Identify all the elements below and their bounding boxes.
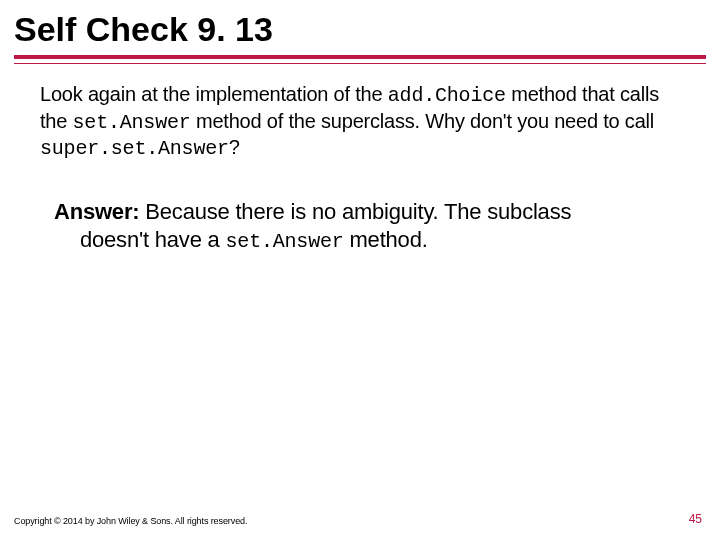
answer-line2: doesn't have a set.Answer method. <box>54 227 428 252</box>
title-rule-thick <box>14 55 706 59</box>
q-code-1: add.Choice <box>388 84 506 107</box>
answer-label: Answer: <box>54 199 139 224</box>
answer-line2-code: set.Answer <box>226 230 344 253</box>
q-text-1: Look again at the implementation of the <box>40 83 388 105</box>
answer-text: Answer: Because there is no ambiguity. T… <box>54 198 666 255</box>
q-code-3: super.set.Answer <box>40 137 229 160</box>
q-code-2: set.Answer <box>73 111 191 134</box>
answer-line2-post: method. <box>344 227 428 252</box>
answer-line2-pre: doesn't have a <box>80 227 226 252</box>
slide-title: Self Check 9. 13 <box>0 0 720 55</box>
page-number: 45 <box>689 512 702 526</box>
q-text-3: method of the superclass. Why don't you … <box>191 110 654 132</box>
answer-line1: Because there is no ambiguity. The subcl… <box>139 199 571 224</box>
question-block: Look again at the implementation of the … <box>0 64 720 162</box>
question-text: Look again at the implementation of the … <box>40 82 680 162</box>
copyright-footer: Copyright © 2014 by John Wiley & Sons. A… <box>14 516 247 526</box>
slide: Self Check 9. 13 Look again at the imple… <box>0 0 720 540</box>
answer-block: Answer: Because there is no ambiguity. T… <box>0 162 720 255</box>
q-text-4: ? <box>229 136 240 158</box>
